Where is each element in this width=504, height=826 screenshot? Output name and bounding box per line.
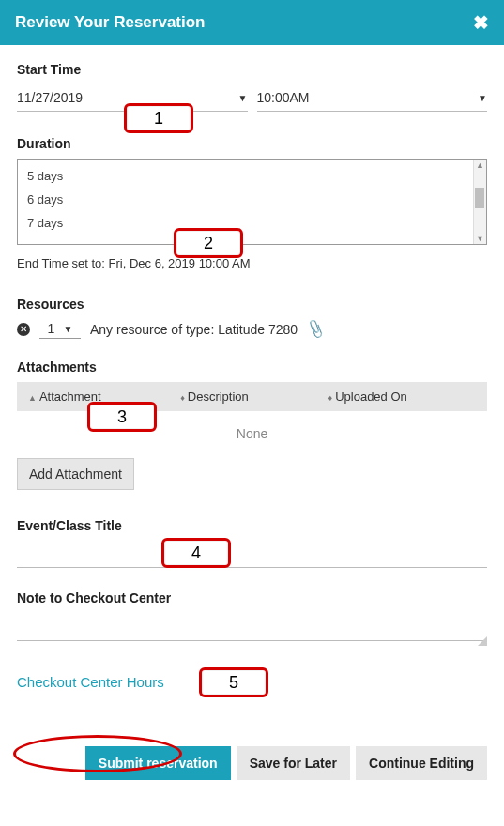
duration-option[interactable]: 7 days xyxy=(18,211,473,235)
remove-resource-icon[interactable]: ✕ xyxy=(17,323,30,336)
start-time-label: Start Time xyxy=(17,62,81,77)
continue-editing-button[interactable]: Continue Editing xyxy=(356,746,487,780)
submit-reservation-button[interactable]: Submit reservation xyxy=(85,746,231,780)
sort-icon: ♦ xyxy=(180,393,185,403)
event-title-input[interactable] xyxy=(17,541,487,568)
paperclip-icon[interactable]: 📎 xyxy=(305,318,328,340)
chevron-down-icon: ▼ xyxy=(478,93,487,103)
resource-description: Any resource of type: Latitude 7280 xyxy=(90,322,298,337)
annotation-callout-1: 1 xyxy=(124,103,193,133)
attachments-label: Attachments xyxy=(17,359,487,375)
scrollbar[interactable]: ▲ ▼ xyxy=(473,160,486,244)
duration-option[interactable]: 6 days xyxy=(18,188,473,211)
add-attachment-button[interactable]: Add Attachment xyxy=(17,458,134,490)
annotation-callout-4: 4 xyxy=(161,538,231,568)
sort-asc-icon: ▲ xyxy=(28,393,37,403)
duration-label: Duration xyxy=(17,136,487,151)
checkout-center-hours-link[interactable]: Checkout Center Hours xyxy=(17,674,164,690)
annotation-callout-2: 2 xyxy=(174,228,243,258)
annotation-callout-5: 5 xyxy=(199,667,268,697)
note-label: Note to Checkout Center xyxy=(17,590,487,605)
chevron-down-icon: ▼ xyxy=(238,93,248,103)
start-date-value: 11/27/2019 xyxy=(17,90,83,105)
col-uploaded-header[interactable]: ♦Uploaded On xyxy=(328,390,476,404)
save-for-later-button[interactable]: Save for Later xyxy=(237,746,350,780)
modal-body: Start Time 11/27/2019 ▼ 10:00AM ▼ Durati… xyxy=(0,45,504,806)
note-textarea[interactable] xyxy=(17,613,487,641)
duration-listbox[interactable]: 5 days 6 days 7 days ▲ ▼ xyxy=(17,159,487,245)
modal-header: Review Your Reservation ✖ xyxy=(0,0,504,45)
resource-qty-select[interactable]: 1 ▼ xyxy=(39,319,81,339)
scroll-up-icon[interactable]: ▲ xyxy=(474,161,486,170)
scroll-down-icon[interactable]: ▼ xyxy=(474,234,486,243)
end-time-text: End Time set to: Fri, Dec 6, 2019 10:00 … xyxy=(17,256,487,270)
resources-label: Resources xyxy=(17,297,487,312)
annotation-callout-3: 3 xyxy=(87,402,157,432)
modal-title: Review Your Reservation xyxy=(15,13,206,32)
resource-qty-value: 1 xyxy=(48,321,55,336)
resource-row: ✕ 1 ▼ Any resource of type: Latitude 728… xyxy=(17,319,487,339)
footer-buttons: Submit reservation Save for Later Contin… xyxy=(17,746,487,780)
resize-handle-icon[interactable] xyxy=(478,636,487,646)
start-time-value: 10:00AM xyxy=(257,90,310,105)
chevron-down-icon: ▼ xyxy=(64,324,73,334)
event-title-label: Event/Class Title xyxy=(17,518,487,533)
scrollbar-thumb[interactable] xyxy=(475,188,484,208)
start-time-select[interactable]: 10:00AM ▼ xyxy=(257,84,488,112)
sort-icon: ♦ xyxy=(328,393,333,403)
col-description-header[interactable]: ♦Description xyxy=(180,390,328,404)
duration-option[interactable]: 5 days xyxy=(18,164,473,188)
close-icon[interactable]: ✖ xyxy=(473,11,489,34)
duration-list: 5 days 6 days 7 days xyxy=(18,160,473,244)
